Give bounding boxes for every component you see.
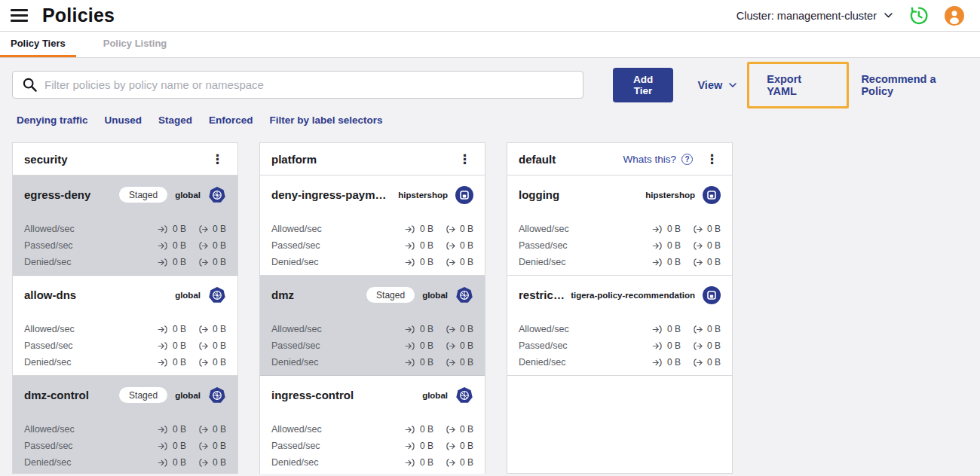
policy-metrics: Allowed/sec0 B0 BPassed/sec0 B0 BDenied/… bbox=[271, 424, 473, 468]
ingress-icon bbox=[652, 242, 663, 250]
account-button[interactable] bbox=[944, 5, 965, 26]
ingress-icon bbox=[158, 359, 169, 367]
policy-card[interactable]: egress-deny Staged global Allowed/sec0 B… bbox=[13, 175, 237, 276]
tier-policy-list: egress-deny Staged global Allowed/sec0 B… bbox=[13, 175, 237, 474]
history-button[interactable] bbox=[908, 5, 929, 26]
metric-label: Allowed/sec bbox=[24, 424, 75, 435]
metric-label: Denied/sec bbox=[271, 457, 319, 468]
tier-help-link[interactable]: Whats this? ? bbox=[623, 154, 693, 165]
export-yaml-button[interactable]: Export YAML bbox=[767, 73, 829, 97]
metric-row: Denied/sec0 B0 B bbox=[271, 257, 473, 267]
metric-row: Allowed/sec0 B0 B bbox=[519, 224, 721, 234]
metric-egress-value: 0 B bbox=[460, 240, 473, 251]
metric-label: Allowed/sec bbox=[271, 424, 322, 435]
metric-label: Denied/sec bbox=[24, 257, 72, 267]
metric-label: Passed/sec bbox=[519, 240, 568, 251]
tier-menu-icon[interactable]: ⋮ bbox=[703, 153, 721, 166]
view-dropdown-label: View bbox=[697, 79, 722, 91]
policy-card[interactable]: ingress-control global Allowed/sec0 B0 B… bbox=[260, 376, 485, 474]
tab-policy-listing[interactable]: Policy Listing bbox=[93, 32, 178, 57]
policy-card[interactable]: allow-dns global Allowed/sec0 B0 BPassed… bbox=[13, 276, 237, 376]
policy-card[interactable]: dmz-control Staged global Allowed/sec0 B… bbox=[13, 376, 237, 474]
metric-egress-value: 0 B bbox=[213, 240, 226, 251]
ingress-icon bbox=[405, 426, 416, 434]
policy-scope-label: hipstershop bbox=[645, 191, 695, 200]
policy-card[interactable]: logging hipstershop Allowed/sec0 B0 BPas… bbox=[507, 175, 732, 276]
ingress-icon bbox=[652, 225, 663, 233]
view-dropdown[interactable]: View bbox=[693, 73, 741, 97]
metric-egress-value: 0 B bbox=[460, 224, 473, 234]
egress-icon bbox=[445, 359, 456, 367]
tier-column-default: default Whats this? ? ⋮ logging hipsters… bbox=[507, 142, 733, 474]
staged-badge: Staged bbox=[366, 287, 415, 303]
egress-icon bbox=[692, 225, 703, 233]
tier-menu-icon[interactable]: ⋮ bbox=[209, 153, 226, 166]
tier-name: platform bbox=[271, 153, 317, 166]
chevron-down-icon bbox=[729, 83, 737, 87]
metric-row: Passed/sec0 B0 B bbox=[271, 441, 473, 451]
filter-staged[interactable]: Staged bbox=[158, 114, 192, 126]
tier-policy-list: deny-ingress-paymentservi… hipstershop A… bbox=[260, 175, 485, 474]
policy-search-input[interactable] bbox=[44, 78, 574, 91]
filter-denying-traffic[interactable]: Denying traffic bbox=[17, 114, 88, 126]
ingress-icon bbox=[405, 258, 416, 267]
ingress-icon bbox=[652, 325, 663, 334]
policy-name: allow-dns bbox=[24, 288, 76, 301]
policy-scope-label: global bbox=[175, 291, 201, 300]
namespace-icon bbox=[703, 286, 721, 304]
top-bar: Policies Cluster: management-cluster bbox=[0, 0, 980, 32]
ingress-icon bbox=[158, 342, 169, 350]
metric-ingress-value: 0 B bbox=[173, 224, 186, 234]
metric-label: Passed/sec bbox=[24, 240, 73, 251]
egress-icon bbox=[692, 242, 703, 250]
ingress-icon bbox=[405, 325, 416, 334]
filter-enforced[interactable]: Enforced bbox=[209, 114, 253, 126]
add-tier-button[interactable]: Add Tier bbox=[613, 68, 674, 102]
metric-row: Allowed/sec0 B0 B bbox=[519, 324, 721, 334]
policy-metrics: Allowed/sec0 B0 BPassed/sec0 B0 BDenied/… bbox=[24, 324, 226, 368]
tier-menu-icon[interactable]: ⋮ bbox=[456, 153, 473, 166]
metric-egress-value: 0 B bbox=[460, 424, 473, 435]
policy-metrics: Allowed/sec0 B0 BPassed/sec0 B0 BDenied/… bbox=[24, 424, 226, 468]
metric-row: Denied/sec0 B0 B bbox=[519, 257, 721, 267]
cluster-selector[interactable]: Cluster: management-cluster bbox=[737, 10, 893, 22]
tier-header: default Whats this? ? ⋮ bbox=[507, 143, 732, 175]
metric-egress-value: 0 B bbox=[213, 357, 226, 368]
toolbar: Add Tier View Export YAML Recommend a Po… bbox=[12, 66, 968, 103]
policy-metrics: Allowed/sec0 B0 BPassed/sec0 B0 BDenied/… bbox=[519, 224, 721, 267]
question-circle-icon: ? bbox=[681, 154, 693, 165]
metric-row: Allowed/sec0 B0 B bbox=[24, 424, 226, 435]
tier-header: security ⋮ bbox=[13, 143, 237, 175]
tab-policy-tiers[interactable]: Policy Tiers bbox=[0, 32, 76, 57]
egress-icon bbox=[692, 342, 703, 350]
policy-name: logging bbox=[519, 188, 559, 201]
namespace-icon bbox=[703, 186, 721, 204]
policy-card[interactable]: restricted tigera-policy-recommendation … bbox=[507, 276, 732, 376]
egress-icon bbox=[445, 459, 456, 467]
metric-ingress-value: 0 B bbox=[667, 324, 681, 334]
metric-label: Allowed/sec bbox=[519, 324, 569, 334]
policy-scope-label: hipstershop bbox=[398, 191, 448, 200]
metric-row: Allowed/sec0 B0 B bbox=[271, 424, 473, 435]
metric-label: Denied/sec bbox=[519, 257, 566, 267]
egress-icon bbox=[445, 325, 456, 334]
chevron-down-icon bbox=[884, 13, 893, 18]
hamburger-menu-icon[interactable] bbox=[11, 9, 28, 22]
policy-card[interactable]: dmz Staged global Allowed/sec0 B0 BPasse… bbox=[260, 276, 485, 376]
global-policy-icon bbox=[208, 186, 226, 204]
metric-egress-value: 0 B bbox=[213, 441, 226, 451]
recommend-policy-button[interactable]: Recommend a Policy bbox=[856, 67, 968, 103]
policy-scope-label: global bbox=[175, 391, 201, 400]
metric-label: Denied/sec bbox=[24, 357, 72, 368]
policy-card[interactable]: deny-ingress-paymentservi… hipstershop A… bbox=[260, 175, 485, 276]
egress-icon bbox=[198, 459, 209, 467]
metric-label: Allowed/sec bbox=[271, 324, 322, 334]
metric-label: Allowed/sec bbox=[24, 224, 75, 234]
filter-unused[interactable]: Unused bbox=[105, 114, 142, 126]
metric-ingress-value: 0 B bbox=[667, 340, 681, 351]
metric-label: Passed/sec bbox=[271, 441, 320, 451]
metric-egress-value: 0 B bbox=[460, 457, 473, 468]
tier-help-label: Whats this? bbox=[623, 154, 676, 165]
tier-name: default bbox=[519, 153, 556, 166]
filter-by-label-selectors[interactable]: Filter by label selectors bbox=[270, 114, 383, 126]
